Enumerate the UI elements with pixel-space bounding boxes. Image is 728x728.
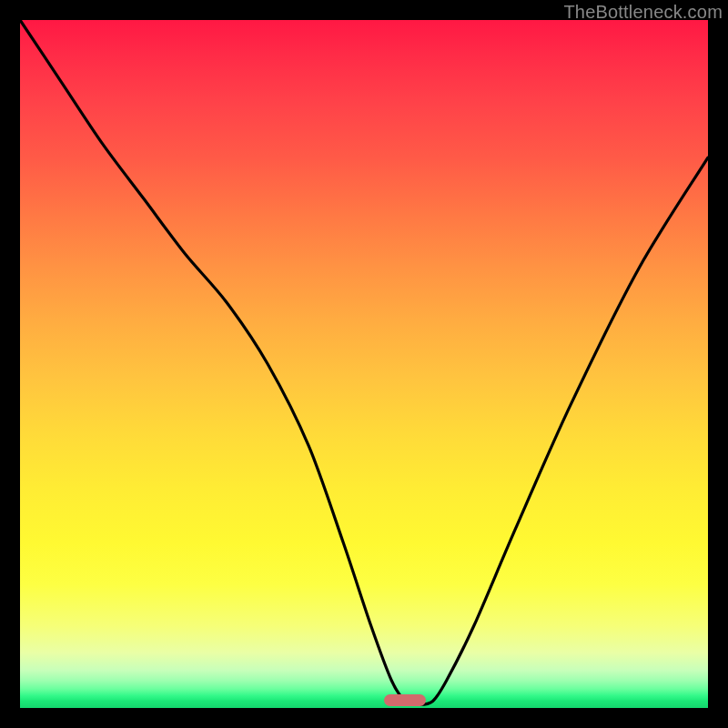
- watermark-text: TheBottleneck.com: [563, 2, 723, 23]
- bottleneck-curve: [20, 20, 708, 708]
- chart-frame: TheBottleneck.com: [0, 0, 728, 728]
- plot-area: [20, 20, 708, 708]
- minimum-marker: [384, 694, 426, 706]
